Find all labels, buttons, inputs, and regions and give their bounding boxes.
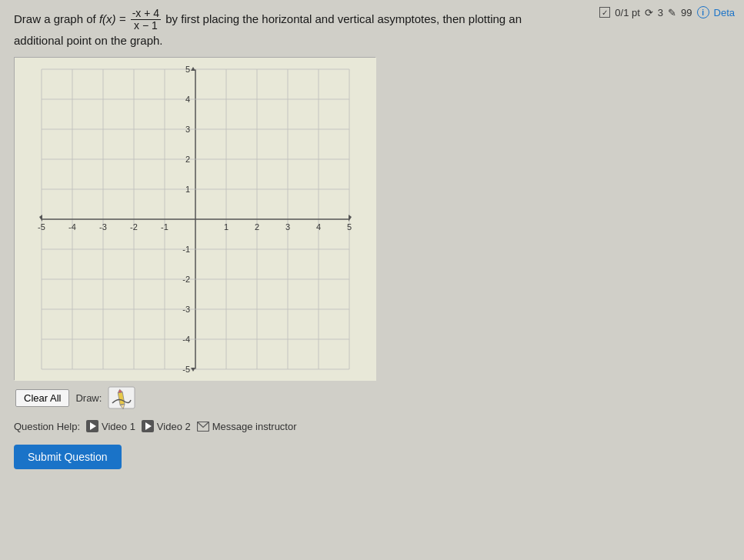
svg-text:-1: -1 [161, 222, 168, 232]
video2-label: Video 2 [157, 421, 191, 432]
video1-play-icon [86, 420, 98, 432]
svg-text:4: 4 [185, 95, 190, 104]
submit-question-button[interactable]: Submit Question [14, 445, 122, 469]
svg-text:-5: -5 [38, 222, 45, 232]
grid-svg: 5 4 3 2 1 -1 -2 -3 -4 -5 -5 -4 -3 -2 -1 … [15, 58, 376, 381]
play-triangle-2 [145, 422, 152, 430]
play-triangle-1 [90, 422, 96, 430]
svg-text:-4: -4 [68, 222, 76, 232]
svg-text:3: 3 [185, 125, 190, 134]
svg-text:5: 5 [185, 65, 190, 74]
clear-all-button[interactable]: Clear All [15, 389, 69, 407]
video1-link[interactable]: Video 1 [86, 420, 135, 432]
graph-area[interactable]: 5 4 3 2 1 -1 -2 -3 -4 -5 -5 -4 -3 -2 -1 … [14, 57, 375, 380]
function-name: f(x) = [99, 12, 126, 25]
question-help-label: Question Help: [14, 421, 80, 432]
svg-text:5: 5 [347, 222, 352, 232]
svg-text:2: 2 [185, 155, 190, 164]
draw-pencil-icon[interactable] [108, 386, 135, 409]
svg-text:-2: -2 [182, 275, 190, 284]
video1-label: Video 1 [102, 421, 135, 432]
svg-text:3: 3 [285, 222, 290, 232]
svg-text:-2: -2 [130, 222, 138, 232]
svg-text:4: 4 [316, 222, 321, 232]
draw-label: Draw: [75, 392, 102, 404]
video2-play-icon [142, 420, 154, 432]
message-instructor-link[interactable]: Message instructor [197, 421, 297, 432]
svg-text:2: 2 [255, 222, 259, 232]
problem-suffix: by first placing the horizontal and vert… [165, 12, 522, 25]
problem-text: Draw a graph of f(x) = -x + 4 x − 1 by f… [14, 8, 730, 49]
function-fraction: -x + 4 x − 1 [131, 8, 161, 32]
controls-row: Clear All Draw: [15, 386, 730, 409]
problem-suffix2: additional point on the graph. [14, 34, 162, 47]
message-label: Message instructor [212, 421, 297, 432]
fraction-numerator: -x + 4 [131, 8, 161, 20]
fraction-denominator: x − 1 [132, 20, 159, 32]
mail-icon [197, 422, 209, 432]
svg-text:-4: -4 [182, 335, 190, 344]
problem-prefix: Draw a graph of [14, 12, 96, 25]
question-help: Question Help: Video 1 Video 2 Message i… [14, 420, 730, 432]
svg-text:-5: -5 [182, 365, 190, 374]
svg-text:-3: -3 [182, 305, 190, 314]
svg-text:1: 1 [224, 222, 229, 232]
main-content: Draw a graph of f(x) = -x + 4 x − 1 by f… [14, 8, 730, 469]
svg-text:-3: -3 [99, 222, 107, 232]
video2-link[interactable]: Video 2 [142, 420, 191, 432]
svg-text:1: 1 [185, 185, 190, 194]
svg-text:-1: -1 [182, 245, 190, 254]
